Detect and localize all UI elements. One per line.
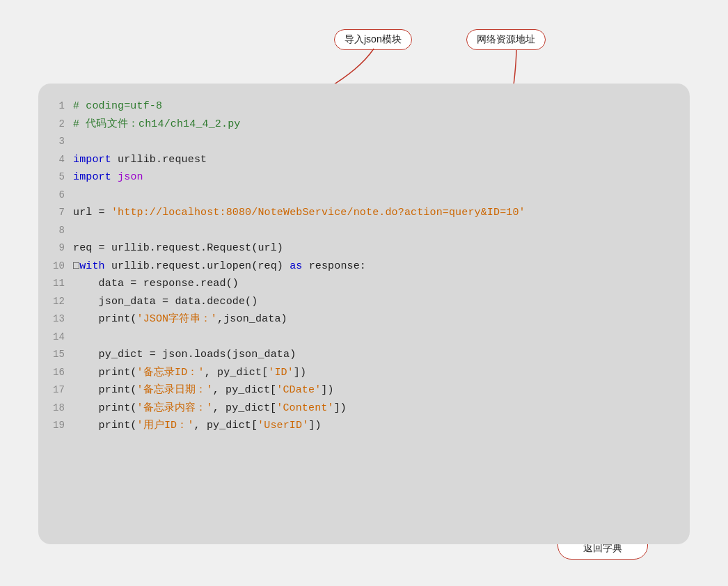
code-token: '备忘录日期：' <box>137 381 213 399</box>
code-token: , py_dict[ <box>205 364 269 382</box>
line-number: 12 <box>45 294 65 310</box>
line-number: 2 <box>45 116 65 133</box>
code-token: # 代码文件：ch14/ch14_4_2.py <box>73 116 240 134</box>
line-number: 4 <box>45 152 65 168</box>
code-token: '备忘录ID：' <box>137 364 205 382</box>
line-number: 9 <box>45 240 65 257</box>
code-token: print( <box>73 310 137 328</box>
line-number: 18 <box>45 400 65 417</box>
code-token: urllib.request.urlopen(req) <box>105 258 290 276</box>
code-token <box>73 328 79 347</box>
code-line: 5import json <box>45 168 676 187</box>
code-line: 19 print('用户ID：', py_dict['UserID']) <box>45 417 676 435</box>
code-block: 1# coding=utf-82# 代码文件：ch14/ch14_4_2.py3… <box>45 97 676 435</box>
code-line: 9req = urllib.request.Request(url) <box>45 239 676 258</box>
code-line: 11 data = response.read() <box>45 275 676 293</box>
code-line: 4import urllib.request <box>45 151 676 169</box>
code-token: print( <box>73 399 137 418</box>
code-token: ]) <box>294 364 306 382</box>
code-line: 1# coding=utf-8 <box>45 97 676 116</box>
line-number: 6 <box>45 187 65 204</box>
code-token: url = <box>73 204 111 222</box>
line-number: 7 <box>45 205 65 221</box>
bubble-url: 网络资源地址 <box>466 29 546 50</box>
code-token: py_dict = json.loads(json_data) <box>73 346 296 364</box>
code-line: 14 <box>45 328 676 347</box>
code-token: as <box>290 258 302 276</box>
code-token: # coding=utf-8 <box>73 97 162 116</box>
code-token: , py_dict[ <box>194 417 258 435</box>
code-token: json_data = data.decode() <box>73 293 258 311</box>
code-token: ]) <box>334 399 347 418</box>
code-token: 'http://localhost:8080/NoteWebService/no… <box>111 204 525 222</box>
code-token: ]) <box>321 381 333 399</box>
line-number: 15 <box>45 347 65 363</box>
line-number: 13 <box>45 311 65 328</box>
code-token: ,json_data) <box>217 310 287 328</box>
code-token: '备忘录内容：' <box>137 399 213 418</box>
code-token: 'JSON字符串：' <box>137 310 218 328</box>
code-line: 7url = 'http://localhost:8080/NoteWebSer… <box>45 204 676 222</box>
line-number: 19 <box>45 418 65 434</box>
line-number: 16 <box>45 365 65 381</box>
line-number: 5 <box>45 169 65 186</box>
code-token: response: <box>302 258 366 276</box>
line-number: 17 <box>45 382 65 399</box>
code-token: □ <box>73 258 79 276</box>
code-token: 'ID' <box>268 364 294 382</box>
code-line: 12 json_data = data.decode() <box>45 293 676 311</box>
line-number: 8 <box>45 223 65 239</box>
code-line: 2# 代码文件：ch14/ch14_4_2.py <box>45 116 676 134</box>
code-container: 1# coding=utf-82# 代码文件：ch14/ch14_4_2.py3… <box>38 84 690 544</box>
code-token: import <box>73 168 111 187</box>
bubble-json-module: 导入json模块 <box>334 29 412 50</box>
code-token: ]) <box>308 417 321 435</box>
code-token: json <box>111 168 143 187</box>
line-number: 10 <box>45 258 65 275</box>
code-token: , py_dict[ <box>213 399 277 418</box>
code-token: print( <box>73 381 137 399</box>
code-line: 10□with urllib.request.urlopen(req) as r… <box>45 258 676 276</box>
code-line: 16 print('备忘录ID：', py_dict['ID']) <box>45 364 676 382</box>
code-token: urllib.request <box>111 151 207 169</box>
code-token: data = response.read() <box>73 275 239 293</box>
code-line: 13 print('JSON字符串：',json_data) <box>45 310 676 328</box>
code-token: print( <box>73 417 137 435</box>
code-token <box>73 187 79 205</box>
code-token: with <box>79 258 105 276</box>
code-line: 8 <box>45 222 676 240</box>
code-line: 18 print('备忘录内容：', py_dict['Content']) <box>45 399 676 418</box>
line-number: 11 <box>45 276 65 292</box>
code-token: req = urllib.request.Request(url) <box>73 239 283 258</box>
code-token: 'Content' <box>276 399 333 418</box>
line-number: 3 <box>45 134 65 150</box>
code-token: 'UserID' <box>258 417 308 435</box>
line-number: 14 <box>45 329 65 346</box>
line-number: 1 <box>45 98 65 115</box>
code-token: import <box>73 151 111 169</box>
code-line: 17 print('备忘录日期：', py_dict['CDate']) <box>45 381 676 399</box>
code-line: 15 py_dict = json.loads(json_data) <box>45 346 676 364</box>
code-line: 6 <box>45 187 676 205</box>
code-token: '用户ID：' <box>137 417 194 435</box>
code-token <box>73 133 79 151</box>
code-token <box>73 222 79 240</box>
code-token: 'CDate' <box>276 381 321 399</box>
code-token: print( <box>73 364 137 382</box>
code-line: 3 <box>45 133 676 151</box>
code-token: , py_dict[ <box>213 381 277 399</box>
